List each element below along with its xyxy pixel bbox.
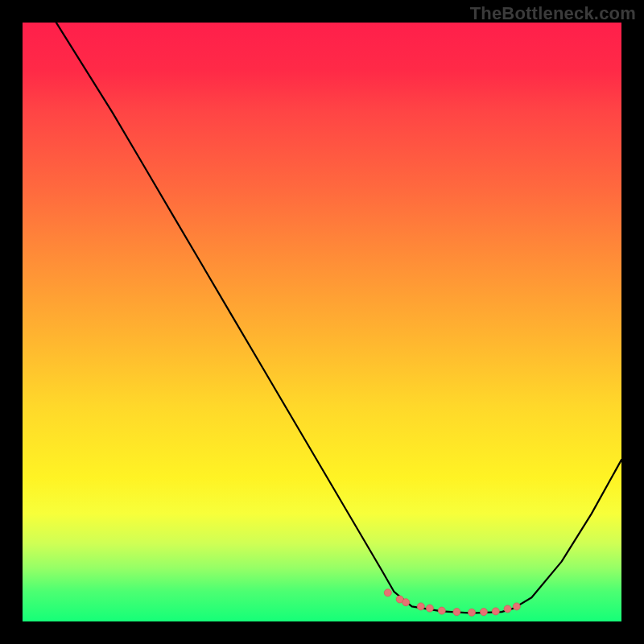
highlight-dot xyxy=(504,605,511,613)
chart-frame: TheBottleneck.com xyxy=(0,0,644,644)
watermark-text: TheBottleneck.com xyxy=(470,3,636,24)
highlight-dot xyxy=(438,607,445,614)
highlight-dot xyxy=(469,609,476,616)
highlight-dot xyxy=(402,599,410,606)
highlight-dot xyxy=(417,603,424,610)
plot-area xyxy=(23,23,621,621)
highlight-dot xyxy=(384,589,391,597)
highlight-dot xyxy=(426,605,433,612)
curve-svg xyxy=(23,23,621,621)
highlight-dot xyxy=(453,609,460,616)
highlight-dot xyxy=(492,608,499,615)
bottleneck-curve xyxy=(23,0,621,613)
highlight-dot xyxy=(480,609,487,616)
highlight-dot xyxy=(513,603,520,610)
